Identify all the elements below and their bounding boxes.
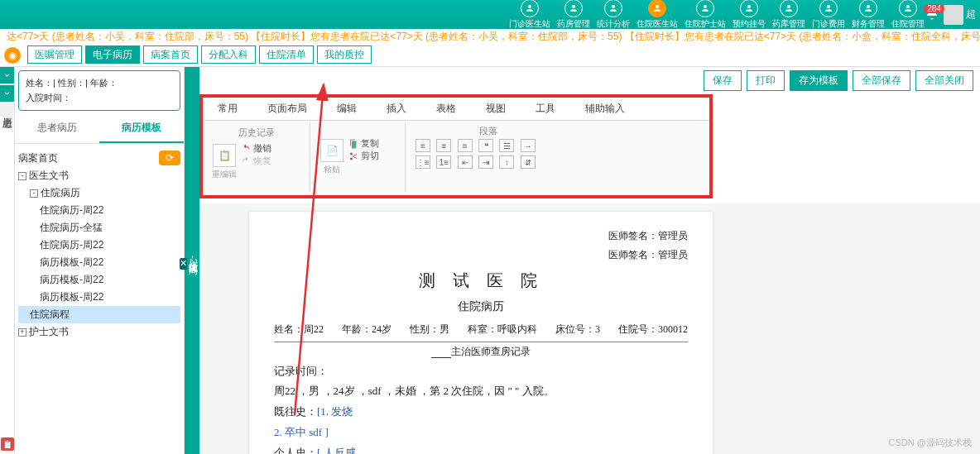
tree-item[interactable]: 病历模板-周22 [18,289,180,306]
doc-record-time: 记录时间： [274,361,688,382]
ribbon-group-history: 历史记录 📋 重编辑 撤销 恢复 [203,124,310,192]
document-tree: 病案首页⟳-医生文书-住院病历住院病历-周22住院病历-全猛住院病历-周22病历… [15,144,184,346]
close-icon[interactable]: ✕ [180,258,187,270]
inpatient-nurse-icon[interactable]: 住院护士站 [685,0,726,30]
refresh-icon[interactable]: ⟳ [159,151,180,165]
ribbon-group-paragraph: 段落 ≡ ≡ ≡ ❝ ☰ → ⋮≡ 1≡ ⇤ [406,124,571,192]
watermark: CSDN @源码技术栈 [889,437,972,449]
tree-item[interactable]: -医生文书 [18,167,180,184]
svg-point-6 [787,5,790,8]
tab-patient-record[interactable]: 患者病历 [15,114,99,143]
drug-stock-icon[interactable]: 药库管理 [772,0,805,30]
bullet-list-icon[interactable]: ⋮≡ [416,155,430,169]
quote-icon[interactable]: ❝ [478,139,493,152]
tree-item[interactable]: 住院病历-全猛 [18,219,180,237]
align-right-icon[interactable]: ≡ [458,139,473,152]
left-tabs: 患者病历 病历模板 [15,114,184,144]
cut-button[interactable]: 剪切 [348,150,379,162]
ribbon-tab-0[interactable]: 常用 [203,98,252,120]
finance-icon[interactable]: 财务管理 [852,0,885,30]
outdent-icon[interactable]: ⇤ [458,155,473,169]
ribbon-tab-2[interactable]: 编辑 [322,98,372,120]
patient-info: 姓名：| 性别：| 年龄： 入院时间： [18,70,180,111]
svg-point-9 [906,5,910,8]
appointment-icon[interactable]: 预约挂号 [733,0,766,30]
rail-alert-icon[interactable]: 📋 [1,437,14,451]
doc-past2: 2. 卒中 sdf ] [274,423,688,443]
close-all-button[interactable]: 全部关闭 [915,70,973,91]
spacing-icon[interactable]: ↕ [499,155,514,169]
svg-point-7 [827,5,830,8]
ribbon-tab-4[interactable]: 表格 [421,98,471,120]
module-tab-1[interactable]: 电子病历 [85,45,140,64]
ribbon-tabs: 常用页面布局编辑插入表格视图工具辅助输入 [203,98,709,121]
ribbon-tab-6[interactable]: 工具 [521,98,570,120]
marquee-bar: 达<77>天 (患者姓名：小吴，科室：住院部，床号：55) 【住院时长】您有患者… [0,29,980,44]
spacing2-icon[interactable]: ⇵ [521,155,536,169]
username: 超 [966,7,976,22]
rail-history[interactable]: 历史患者 [0,103,14,117]
ribbon-tab-7[interactable]: 辅助输入 [570,98,640,120]
tab-record-template[interactable]: 病历模板 [99,114,184,143]
paste-icon[interactable]: 📄 [320,139,343,162]
tree-item[interactable]: 病历模板-周22 [18,271,180,289]
ribbon-body: 历史记录 📋 重编辑 撤销 恢复 [203,121,709,195]
align-center-icon[interactable]: ≡ [436,139,451,152]
rail-discharged[interactable]: › 出院患者 [0,85,14,102]
indent-icon[interactable]: → [521,139,536,152]
tree-item[interactable]: 病案首页⟳ [18,149,180,167]
align-left-icon[interactable]: ≡ [416,139,430,152]
ribbon-tab-1[interactable]: 页面布局 [252,98,322,120]
document-page: 医师签名：管理员 医师签名：管理员 测 试 医 院 住院病历 姓名：周22年龄：… [249,212,713,454]
undo-button[interactable]: 撤销 [241,142,271,155]
redo-button[interactable]: 恢复 [241,155,271,167]
ribbon-tab-5[interactable]: 视图 [471,98,521,120]
doc-personal: 个人史：[ 人反感 [274,443,688,454]
svg-point-5 [747,5,751,8]
ribbon-group-clipboard: 板 📄 粘贴 复制 剪切 [310,124,406,192]
ribbon-highlighted: 常用页面布局编辑插入表格视图工具辅助输入 历史记录 📋 重编辑 撤销 恢复 [199,94,713,198]
outpatient-fee-icon[interactable]: 门诊费用 [812,0,845,30]
editor-area: 保存 打印 存为模板 全部保存 全部关闭 常用页面布局编辑插入表格视图工具辅助输… [199,67,980,454]
tree-item[interactable]: 病历模板-周22 [18,254,180,271]
top-icons: 门诊医生站药房管理统计分析住院医生站住院护士站预约挂号药库管理门诊费用财务管理住… [509,0,925,30]
indent2-icon[interactable]: ⇥ [478,155,493,169]
svg-point-1 [572,5,575,8]
module-tab-0[interactable]: 医嘱管理 [27,45,82,64]
module-tab-5[interactable]: 我的质控 [317,45,372,64]
undo-icon[interactable]: 📋 [213,144,236,167]
doc-line1: 周22 ，男 ，24岁 ，sdf ，未婚 ，第 2 次住院，因 " " 入院。 [274,381,688,402]
tree-item[interactable]: -住院病历 [18,184,180,202]
tree-item[interactable]: 住院病历-周22 [18,202,180,219]
tree-item[interactable]: +护士文书 [18,323,180,341]
notification-bell[interactable]: 284 [925,6,939,23]
list-icon[interactable]: ☰ [499,139,514,152]
document-viewport[interactable]: 医师签名：管理员 医师签名：管理员 测 试 医 院 住院病历 姓名：周22年龄：… [199,203,980,454]
svg-point-2 [612,5,615,8]
inpatient-doctor-icon[interactable]: 住院医生站 [637,0,678,30]
document-tab-rail[interactable]: 住院病历-周22 ✕ [185,67,199,454]
stats-icon[interactable]: 统计分析 [597,0,630,30]
copy-button[interactable]: 复制 [348,137,379,150]
print-button[interactable]: 打印 [747,70,785,91]
module-tab-3[interactable]: 分配入科 [201,45,256,64]
tree-item[interactable]: 住院病程 [18,306,180,323]
save-all-button[interactable]: 全部保存 [853,70,910,91]
avatar[interactable] [944,5,963,25]
home-icon[interactable]: ◉ [4,47,21,64]
save-button[interactable]: 保存 [704,70,742,91]
inpatient-mgmt-icon[interactable]: 住院管理 [891,0,925,30]
outpatient-doctor-icon[interactable]: 门诊医生站 [509,0,550,30]
number-list-icon[interactable]: 1≡ [436,155,451,169]
module-tab-4[interactable]: 住院清单 [259,45,314,64]
module-tab-2[interactable]: 病案首页 [143,45,198,64]
doc-round-title: 主治医师查房记录 [274,342,688,361]
doc-hospital-title: 测 试 医 院 [274,265,688,296]
save-template-button[interactable]: 存为模板 [790,70,848,91]
svg-point-8 [867,5,870,8]
ribbon-tab-3[interactable]: 插入 [372,98,421,120]
rail-in-hospital[interactable]: › 在院患者 [0,67,14,84]
pharmacy-icon[interactable]: 药房管理 [557,0,590,30]
tree-item[interactable]: 住院病历-周22 [18,237,180,254]
editor-actions: 保存 打印 存为模板 全部保存 全部关闭 [199,67,980,94]
